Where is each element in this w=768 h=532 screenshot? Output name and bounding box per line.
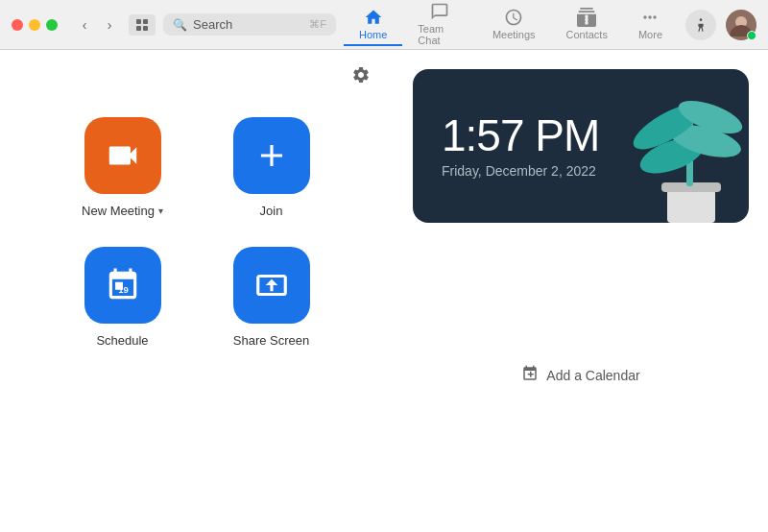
svg-rect-7 [667,189,715,223]
svg-rect-2 [136,26,141,31]
tab-team-chat-label: Team Chat [418,23,462,46]
main-content: New Meeting ▾ Join 19 [0,50,768,532]
tab-home-label: Home [359,29,387,40]
search-shortcut: ⌘F [309,18,326,31]
join-label: Join [260,204,283,218]
add-calendar-label: Add a Calendar [546,368,639,383]
nav-arrows: ‹ › [73,13,121,36]
new-meeting-chevron: ▾ [158,206,163,216]
tab-more-label: More [638,29,662,40]
svg-rect-8 [661,182,721,192]
calendar-icon [521,365,539,386]
close-button[interactable] [12,19,23,31]
search-icon: 🔍 [173,18,187,32]
share-screen-label: Share Screen [233,333,310,348]
share-screen-button[interactable]: Share Screen [233,247,310,348]
titlebar: ‹ › 🔍 Search ⌘F Home Team Chat [0,0,768,50]
schedule-button[interactable]: 19 Schedule [84,247,161,348]
tab-contacts-label: Contacts [566,29,608,40]
right-controls [685,10,756,40]
add-calendar-button[interactable]: Add a Calendar [521,365,639,386]
back-button[interactable]: ‹ [73,13,96,36]
new-meeting-label: New Meeting ▾ [82,204,163,218]
time-display: 1:57 PM [442,113,599,157]
view-toggle-button[interactable] [129,14,156,36]
svg-text:19: 19 [118,284,129,295]
tab-home[interactable]: Home [344,4,402,46]
schedule-label: Schedule [96,333,148,348]
tab-meetings[interactable]: Meetings [477,4,551,46]
calendar-section: Add a Calendar [413,238,749,513]
nav-tabs: Home Team Chat Meetings Contacts [344,0,678,52]
join-icon [233,117,310,194]
left-panel: New Meeting ▾ Join 19 [0,50,394,532]
tab-team-chat[interactable]: Team Chat [402,0,477,52]
avatar-container[interactable] [726,10,756,40]
search-label: Search [193,17,232,32]
accessibility-button[interactable] [685,10,716,40]
tab-meetings-label: Meetings [492,29,536,40]
new-meeting-icon [84,117,161,194]
window-controls [12,19,58,31]
settings-icon[interactable] [348,61,374,88]
date-display: Friday, December 2, 2022 [442,163,596,179]
tab-contacts[interactable]: Contacts [551,4,623,46]
search-bar[interactable]: 🔍 Search ⌘F [163,13,336,36]
forward-button[interactable]: › [98,13,121,36]
svg-point-12 [627,96,707,157]
svg-rect-0 [136,19,141,24]
actions-grid: New Meeting ▾ Join 19 [0,69,394,376]
minimize-button[interactable] [29,19,40,31]
share-screen-icon [233,247,310,324]
maximize-button[interactable] [46,19,58,31]
schedule-icon: 19 [84,247,161,324]
svg-rect-3 [143,26,148,31]
online-badge [747,31,756,40]
right-panel: 1:57 PM Friday, December 2, 2022 [394,50,768,532]
svg-point-10 [636,131,708,181]
tab-more[interactable]: More [623,4,678,46]
svg-point-13 [675,94,747,140]
join-button[interactable]: Join [233,117,310,218]
new-meeting-button[interactable]: New Meeting ▾ [82,117,163,218]
svg-point-11 [667,119,745,164]
plant-decoration [614,69,749,223]
clock-card: 1:57 PM Friday, December 2, 2022 [413,69,749,223]
svg-rect-1 [143,19,148,24]
svg-rect-9 [686,117,693,186]
